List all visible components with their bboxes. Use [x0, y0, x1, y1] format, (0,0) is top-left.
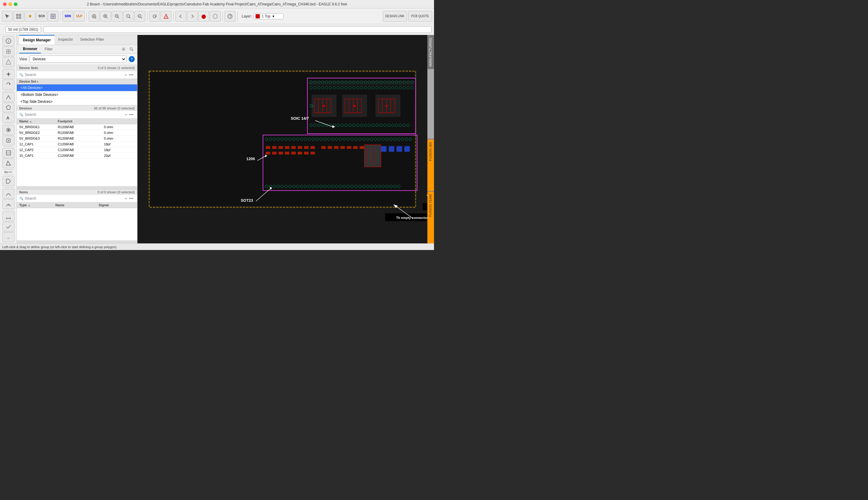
zoom-previous-button[interactable] [123, 11, 134, 22]
autoroute-button[interactable]: A [2, 199, 14, 209]
drc-check-button[interactable]: ! [161, 11, 172, 22]
coord-input[interactable] [43, 26, 431, 33]
svg-rect-218 [272, 152, 277, 155]
info-tool-button[interactable]: i [2, 36, 14, 46]
pcb-canvas-area[interactable]: Power Rails SOIC 14/7 1206 SOT23 Power R… [137, 35, 427, 243]
svg-rect-230 [353, 146, 358, 149]
paint-tool-button[interactable] [2, 148, 14, 158]
svg-rect-225 [321, 146, 326, 149]
approve-button[interactable] [210, 11, 221, 22]
items-more-button[interactable]: ••• [128, 196, 135, 201]
devset-item-2[interactable]: <Top Side Devices> [17, 98, 137, 105]
ulp-button[interactable]: ULP [74, 11, 85, 22]
via-tool-button[interactable] [2, 125, 14, 135]
toolbar-separator-4 [173, 11, 174, 21]
device-row-4[interactable]: 12_CAP2 C1206FAB 18pf [17, 147, 137, 153]
grid-tool-button[interactable] [2, 46, 14, 56]
fusion-team-panel-button[interactable]: FUSION TEAM [427, 192, 434, 219]
wire-tool-button[interactable] [2, 92, 14, 102]
copper-area-button[interactable] [2, 158, 14, 168]
device-row-3[interactable]: 12_CAP1 C1206FAB 18pf [17, 141, 137, 147]
devices-col-footprint: Footprint [58, 120, 104, 123]
svg-rect-0 [16, 14, 18, 16]
pcb-quote-button[interactable]: PCB QUOTE [408, 11, 432, 22]
window-controls[interactable] [3, 2, 18, 6]
tag-tool-button[interactable] [2, 177, 14, 186]
annotation-soic: SOIC 14/7 [291, 116, 309, 121]
layer-selector[interactable]: Layer: 1 Top ▾ [242, 13, 283, 19]
devset-item-1[interactable]: <Bottom Side Devices> [17, 91, 137, 98]
subtab-filter[interactable]: Filter [41, 45, 56, 53]
tab-selection-filter[interactable]: Selection Filter [77, 35, 107, 45]
grid-button[interactable] [13, 11, 24, 22]
help-button[interactable]: ? [224, 11, 235, 22]
panel-settings-button[interactable] [120, 46, 127, 53]
drc-filter-button[interactable] [2, 57, 14, 67]
zoom-out-button[interactable] [112, 11, 123, 22]
devices-more-button[interactable]: ••• [128, 112, 135, 117]
devices-dropdown-icon[interactable]: ▾ [125, 113, 127, 116]
pad-tool-button[interactable] [2, 136, 14, 145]
tab-design-manager[interactable]: Design Manager [19, 35, 55, 45]
polygon-tool-button[interactable] [2, 103, 14, 112]
panel-zoom-button[interactable] [128, 46, 135, 53]
view-help-button[interactable]: ? [129, 56, 135, 62]
close-button[interactable] [3, 2, 7, 6]
main-toolbar: SCH SRN ULP ± ! ⬤ ? Layer: [0, 9, 434, 24]
rotate-tool-button[interactable] [2, 80, 14, 89]
items-search-input[interactable] [25, 196, 124, 201]
device-row-5-val: 22pf [104, 154, 135, 157]
device-sets-sort-icon[interactable]: ▲ [36, 80, 39, 83]
device-row-5[interactable]: 15_CAP1 C1206FAB 22pf [17, 153, 137, 159]
devices-scroll-x[interactable] [17, 186, 137, 189]
tab-inspector[interactable]: Inspector [55, 35, 77, 45]
layer-select[interactable]: 1 Top ▾ [254, 13, 283, 19]
move-tool-button[interactable] [2, 69, 14, 79]
ratsnest-button[interactable]: SRN [62, 11, 73, 22]
device-sets-search-input[interactable] [25, 73, 124, 77]
refresh-button[interactable] [149, 11, 160, 22]
text-tool-button[interactable]: A [2, 113, 14, 123]
forward-button[interactable] [187, 11, 198, 22]
device-sets-dropdown-icon[interactable]: ▾ [125, 73, 127, 77]
zoom-to-fit-button[interactable] [89, 11, 100, 22]
route-tool-button[interactable] [2, 189, 14, 198]
device-row-1[interactable]: 5V_BRIDGE2 R1206FAB 0 ohm [17, 130, 137, 136]
schematic-button[interactable]: SCH [36, 11, 47, 22]
drc-button[interactable] [25, 11, 36, 22]
check-tool-button[interactable] [2, 222, 14, 231]
board-button[interactable] [48, 11, 58, 22]
view-select[interactable]: Devices [30, 56, 126, 63]
zoom-custom-button[interactable]: ± [135, 11, 145, 22]
maximize-button[interactable] [14, 2, 18, 6]
items-col-signal: Signal [99, 203, 135, 207]
items-dropdown-icon[interactable]: ▾ [125, 197, 127, 200]
fusion360-panel-button[interactable]: FUSION 360 [427, 139, 434, 163]
select-tool-button[interactable] [2, 11, 13, 22]
device-row-2[interactable]: 5V_BRIDGE3 R1206FAB 0 ohm [17, 136, 137, 141]
vtool-sep-2 [3, 91, 14, 91]
design-link-button[interactable]: DESIGN LINK [383, 11, 407, 22]
stop-button[interactable]: ⬤ [198, 11, 209, 22]
device-row-0[interactable]: 5V_BRIDGE1 R1206FAB 0 ohm [17, 124, 137, 130]
subtab-browser[interactable]: Browser [19, 45, 41, 53]
devices-search-input[interactable] [25, 113, 124, 117]
dimension-tool-button[interactable] [2, 212, 14, 221]
device-sets-more-button[interactable]: ••• [128, 72, 135, 77]
svg-point-44 [8, 129, 9, 131]
panel-tabs: Design Manager Inspector Selection Filte… [17, 35, 137, 45]
devset-item-0[interactable]: <All Devices> [17, 84, 137, 91]
zoom-in-button[interactable] [100, 11, 111, 22]
device-row-4-val: 18pf [104, 148, 135, 152]
svg-rect-228 [340, 146, 345, 149]
items-section: Items 0 of 0 shown (0 selected) 🔍 ▾ ••• … [17, 189, 137, 243]
devices-title: Devices [19, 106, 32, 110]
minimize-button[interactable] [9, 2, 12, 6]
svg-rect-217 [266, 152, 270, 155]
manufacturing-panel-button[interactable]: MANUFACTURING [427, 35, 434, 69]
items-scroll-x[interactable] [17, 240, 137, 243]
collapse-button[interactable]: ⌄ [2, 232, 14, 242]
back-button[interactable] [175, 11, 186, 22]
device-row-3-fp: C1206FAB [58, 142, 104, 146]
device-row-2-val: 0 ohm [104, 137, 135, 140]
